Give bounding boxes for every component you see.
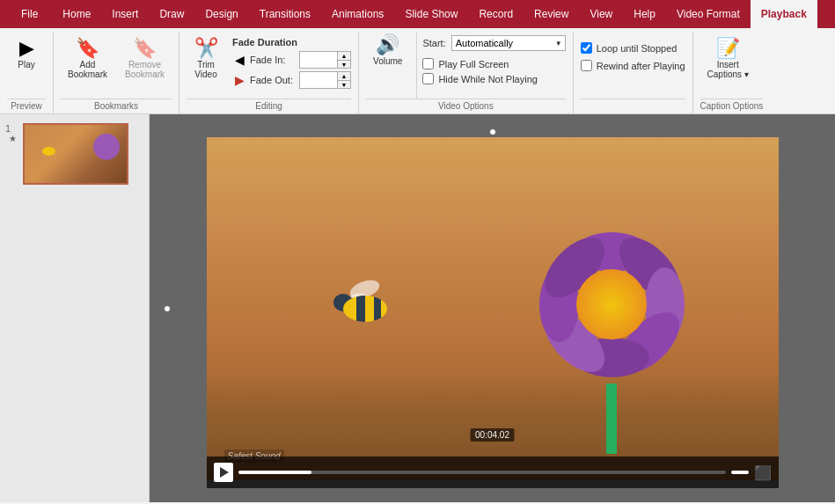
thumb-bee (42, 147, 55, 156)
fade-duration-title: Fade Duration (232, 37, 351, 47)
ribbon-group-bookmarks: 🔖 AddBookmark 🔖 RemoveBookmark Bookmarks (54, 32, 179, 113)
resize-handle-top[interactable] (489, 128, 496, 135)
slide-canvas: Safest Sound 00:04.02 ⬛ (150, 114, 835, 502)
tab-record[interactable]: Record (468, 0, 524, 28)
start-label: Start: (422, 38, 445, 48)
fade-in-up-arrow[interactable]: ▲ (338, 52, 350, 60)
remove-bookmark-icon: 🔖 (133, 39, 157, 58)
volume-icon: 🔊 (376, 35, 399, 55)
thumb-flower (93, 134, 120, 160)
slide-thumbnail[interactable] (23, 123, 128, 185)
video-progress-bar[interactable] (238, 471, 726, 474)
play-button[interactable]: ▶ Play (7, 35, 46, 73)
start-row: Start: Automatically On Click (422, 35, 565, 51)
ribbon: ▶ Play Preview 🔖 AddBookmark 🔖 RemoveBoo… (0, 28, 835, 114)
fade-in-value[interactable]: 00.00 (300, 54, 337, 66)
editing-group-label: Editing (187, 99, 351, 113)
fade-in-label: Fade In: (250, 55, 296, 65)
loop-until-stopped-row: Loop until Stopped (581, 42, 678, 54)
volume-label: Volume (373, 56, 402, 66)
slide-star: ★ (9, 134, 17, 143)
fade-duration-section: Fade Duration ◀ Fade In: 00.00 ▲ ▼ ▶ Fad… (232, 35, 351, 93)
tab-design[interactable]: Design (194, 0, 248, 28)
ribbon-group-caption: 📝 InsertCaptions ▾ Caption Options (693, 32, 771, 113)
insert-captions-label: InsertCaptions ▾ (707, 60, 749, 79)
rewind-after-playing-label[interactable]: Rewind after Playing (597, 61, 685, 71)
video-play-button[interactable] (214, 463, 233, 482)
fade-in-arrows: ▲ ▼ (337, 52, 350, 68)
fade-out-arrows: ▲ ▼ (337, 72, 350, 88)
title-bar: File Home Insert Draw Design Transitions… (0, 0, 835, 28)
video-fullscreen-icon[interactable]: ⬛ (754, 464, 772, 481)
loop-group-label (581, 99, 685, 113)
flower-center (576, 269, 647, 340)
remove-bookmark-button[interactable]: 🔖 RemoveBookmark (118, 35, 172, 83)
play-full-screen-row: Play Full Screen (422, 58, 565, 69)
resize-handle-left[interactable] (164, 305, 171, 312)
options-section: Start: Automatically On Click Play Full … (422, 32, 565, 99)
play-label: Play (18, 60, 34, 69)
fade-in-row: ◀ Fade In: 00.00 ▲ ▼ (232, 51, 351, 69)
play-full-screen-checkbox[interactable] (422, 58, 434, 69)
video-time-display: 00:04.02 (470, 428, 515, 442)
trim-icon: ✂️ (194, 39, 218, 58)
ribbon-group-loop: Loop until Stopped Rewind after Playing (574, 32, 693, 113)
hide-while-not-playing-label[interactable]: Hide While Not Playing (438, 74, 538, 84)
tab-home[interactable]: Home (52, 0, 101, 28)
tab-insert[interactable]: Insert (101, 0, 149, 28)
add-bookmark-icon: 🔖 (76, 39, 99, 58)
video-controls-bar: ⬛ (207, 457, 779, 488)
ribbon-group-editing: ✂️ TrimVideo Fade Duration ◀ Fade In: 00… (179, 32, 359, 113)
play-triangle-icon (220, 467, 229, 478)
add-bookmark-button[interactable]: 🔖 AddBookmark (61, 35, 114, 83)
ribbon-group-video-options: 🔊 Volume Start: Automatically On Click (359, 32, 574, 113)
tab-slideshow[interactable]: Slide Show (394, 0, 468, 28)
hide-while-not-playing-checkbox[interactable] (422, 73, 434, 84)
fade-out-up-arrow[interactable]: ▲ (338, 72, 350, 80)
tab-animations[interactable]: Animations (321, 0, 394, 28)
fade-in-down-arrow[interactable]: ▼ (338, 60, 350, 68)
tab-review[interactable]: Review (524, 0, 579, 28)
fade-out-input[interactable]: 00.00 ▲ ▼ (299, 71, 351, 89)
ribbon-group-preview: ▶ Play Preview (0, 32, 54, 113)
fade-in-input[interactable]: 00.00 ▲ ▼ (299, 51, 351, 69)
tab-playback[interactable]: Playback (751, 0, 817, 28)
tab-view[interactable]: View (579, 0, 623, 28)
bee-graphic (330, 278, 409, 340)
trim-video-button[interactable]: ✂️ TrimVideo (187, 35, 225, 83)
rewind-after-playing-checkbox[interactable] (581, 60, 592, 71)
slide-item-1[interactable]: 1 ★ (4, 121, 145, 186)
tab-transitions[interactable]: Transitions (249, 0, 321, 28)
video-progress-fill (238, 471, 311, 474)
loop-until-stopped-checkbox[interactable] (581, 42, 592, 54)
fade-in-icon: ◀ (232, 55, 246, 65)
rewind-after-playing-row: Rewind after Playing (581, 60, 685, 71)
tab-file[interactable]: File (7, 0, 52, 28)
captions-icon: 📝 (716, 39, 740, 58)
fade-out-value[interactable]: 00.00 (300, 74, 337, 86)
tab-draw[interactable]: Draw (149, 0, 194, 28)
start-select-wrapper[interactable]: Automatically On Click (451, 35, 566, 51)
bee-body (343, 296, 387, 322)
tab-videoformat[interactable]: Video Format (666, 0, 751, 28)
slide-number: 1 (5, 123, 19, 134)
hide-while-not-playing-row: Hide While Not Playing (422, 73, 565, 84)
bookmarks-group-label: Bookmarks (61, 99, 172, 113)
ribbon-tabs: File Home Insert Draw Design Transitions… (7, 0, 828, 28)
tab-help[interactable]: Help (623, 0, 666, 28)
fade-out-icon: ▶ (232, 75, 246, 85)
preview-group-label: Preview (7, 99, 46, 113)
volume-button[interactable]: 🔊 Volume (366, 32, 409, 69)
slide-thumb-inner (25, 125, 127, 183)
video-options-group-label: Video Options (366, 99, 566, 113)
video-volume-slider[interactable] (731, 471, 749, 474)
fade-out-down-arrow[interactable]: ▼ (338, 80, 350, 88)
volume-section: 🔊 Volume (366, 32, 417, 99)
insert-captions-button[interactable]: 📝 InsertCaptions ▾ (700, 35, 756, 83)
add-bookmark-label: AddBookmark (68, 60, 107, 79)
loop-until-stopped-label[interactable]: Loop until Stopped (597, 43, 678, 54)
start-select[interactable]: Automatically On Click (451, 35, 566, 51)
trim-label: TrimVideo (194, 60, 216, 79)
play-full-screen-label[interactable]: Play Full Screen (438, 59, 509, 69)
remove-bookmark-label: RemoveBookmark (125, 60, 165, 79)
